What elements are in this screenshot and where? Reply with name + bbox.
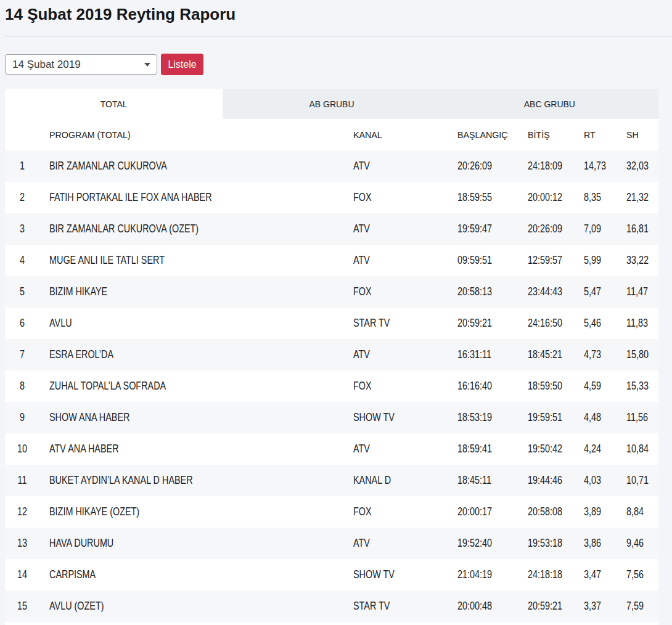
page-title: 14 Şubat 2019 Reyting Raporu [5, 6, 236, 22]
cell-program: BIR ZAMANLAR CUKUROVA (OZET) [49, 213, 199, 245]
tab-ab-grubu[interactable]: AB GRUBU [223, 89, 440, 119]
cell-rt: 5,99 [584, 245, 601, 276]
cell-rank: 4 [9, 245, 36, 276]
cell-sh: 11,47 [626, 276, 648, 308]
cell-program: BUKET AYDIN’LA KANAL D HABER [49, 465, 193, 496]
table-row: 14CARPISMASHOW TV21:04:1924:18:183,477,5… [5, 559, 658, 590]
cell-end: 18:45:21 [528, 339, 562, 370]
cell-rank: 12 [9, 496, 36, 528]
cell-rank: 7 [9, 339, 36, 370]
date-select[interactable]: 14 Şubat 2019 [5, 54, 157, 75]
listele-button[interactable]: Listele [161, 54, 203, 75]
column-header-program: PROGRAM (TOTAL) [49, 119, 131, 150]
cell-kanal: STAR TV [353, 590, 390, 622]
cell-program: BIR ZAMANLAR CUKUROVA [49, 150, 167, 182]
cell-kanal: ATV [353, 528, 370, 559]
cell-program: ZUHAL TOPAL’LA SOFRADA [49, 370, 166, 402]
cell-start: 19:59:47 [457, 213, 492, 245]
cell-start: 18:45:11 [457, 465, 491, 496]
table-row: 3BIR ZAMANLAR CUKUROVA (OZET)ATV19:59:47… [5, 213, 658, 245]
cell-rt: 7,09 [584, 213, 601, 245]
table-row: 4MUGE ANLI ILE TATLI SERTATV09:59:5112:5… [5, 245, 658, 276]
cell-rt: 3,89 [584, 496, 601, 528]
tab-label: TOTAL [100, 99, 128, 109]
table-row: 6AVLUSTAR TV20:59:2124:16:505,4611,83 [5, 308, 658, 339]
cell-sh: 11,56 [626, 402, 648, 433]
cell-start: 20:58:13 [457, 276, 492, 308]
cell-end: 24:18:09 [528, 150, 562, 182]
cell-start: 16:16:40 [457, 370, 492, 402]
cell-rank: 13 [9, 528, 36, 559]
cell-start: 09:59:51 [457, 245, 492, 276]
column-header-rt: RT [584, 119, 596, 150]
cell-end: 20:58:08 [528, 496, 562, 528]
cell-program: BIZIM HIKAYE (OZET) [49, 496, 139, 528]
cell-sh: 10,71 [626, 465, 649, 496]
cell-end: 18:59:50 [528, 370, 562, 402]
cell-end: 19:53:18 [528, 528, 562, 559]
cell-start: 20:00:48 [457, 590, 492, 622]
table-header-row: PROGRAM (TOTAL)KANALBAŞLANGIÇBİTİŞRTSH [5, 119, 658, 150]
cell-kanal: ATV [353, 245, 370, 276]
cell-rt: 5,47 [584, 276, 601, 308]
cell-kanal: ATV [353, 339, 370, 370]
cell-rt: 14,73 [584, 150, 606, 182]
cell-start: 21:04:19 [457, 559, 492, 590]
column-header-end: BİTİŞ [528, 119, 550, 150]
cell-sh: 21,32 [626, 182, 649, 213]
cell-sh: 33,22 [626, 245, 649, 276]
tab-total[interactable]: TOTAL [5, 89, 223, 119]
cell-sh: 7,56 [626, 559, 644, 590]
tab-label: ABC GRUBU [524, 99, 575, 109]
table-row: 15AVLU (OZET)STAR TV20:00:4820:59:213,37… [5, 590, 658, 622]
date-select-value: 14 Şubat 2019 [6, 59, 81, 71]
cell-end: 20:59:21 [528, 590, 562, 622]
cell-sh: 15,80 [626, 339, 649, 370]
cell-rank: 9 [9, 402, 36, 433]
cell-program: AVLU (OZET) [49, 590, 104, 622]
table-row: 1BIR ZAMANLAR CUKUROVAATV20:26:0924:18:0… [5, 150, 658, 182]
cell-rank: 3 [9, 213, 36, 245]
cell-rank: 15 [9, 590, 36, 622]
cell-kanal: ATV [353, 433, 370, 465]
table-row: 9SHOW ANA HABERSHOW TV18:53:1919:59:514,… [5, 402, 658, 433]
cell-program: BIZIM HIKAYE [49, 276, 107, 308]
cell-program: FATIH PORTAKAL ILE FOX ANA HABER [49, 182, 212, 213]
table-row: 10ATV ANA HABERATV18:59:4119:50:424,2410… [5, 433, 658, 465]
cell-start: 20:26:09 [457, 150, 492, 182]
cell-rank: 14 [9, 559, 36, 590]
cell-end: 20:26:09 [528, 213, 562, 245]
cell-sh: 8,84 [626, 496, 644, 528]
cell-kanal: ATV [353, 213, 370, 245]
cell-sh: 11,83 [626, 308, 648, 339]
cell-start: 16:31:11 [457, 339, 491, 370]
cell-rt: 5,46 [584, 308, 601, 339]
cell-rt: 3,37 [584, 590, 601, 622]
cell-sh: 32,03 [626, 150, 649, 182]
cell-rt: 4,48 [584, 402, 601, 433]
cell-rt: 3,47 [584, 559, 601, 590]
table-row: 7ESRA EROL’DAATV16:31:1118:45:214,7315,8… [5, 339, 658, 370]
column-header-sh: SH [626, 119, 639, 150]
cell-kanal: FOX [353, 370, 372, 402]
cell-rank: 11 [9, 465, 36, 496]
cell-rt: 3,86 [584, 528, 601, 559]
cell-rt: 4,59 [584, 370, 601, 402]
tab-abc-grubu[interactable]: ABC GRUBU [441, 89, 658, 119]
ratings-table: PROGRAM (TOTAL)KANALBAŞLANGIÇBİTİŞRTSH1B… [5, 119, 658, 625]
title-divider [5, 36, 672, 37]
cell-rank: 1 [9, 150, 36, 182]
column-header-start: BAŞLANGIÇ [457, 119, 508, 150]
cell-sh: 15,33 [626, 370, 649, 402]
cell-start: 18:59:41 [457, 433, 492, 465]
table-row: 8ZUHAL TOPAL’LA SOFRADAFOX16:16:4018:59:… [5, 370, 658, 402]
cell-start: 20:59:21 [457, 308, 492, 339]
cell-program: CARPISMA [49, 559, 96, 590]
cell-kanal: FOX [353, 496, 372, 528]
cell-start: 18:59:55 [457, 182, 492, 213]
chevron-down-icon [144, 63, 150, 67]
cell-kanal: SHOW TV [353, 402, 395, 433]
cell-rt: 4,03 [584, 465, 601, 496]
cell-program: ATV ANA HABER [49, 433, 119, 465]
cell-rank: 5 [9, 276, 36, 308]
